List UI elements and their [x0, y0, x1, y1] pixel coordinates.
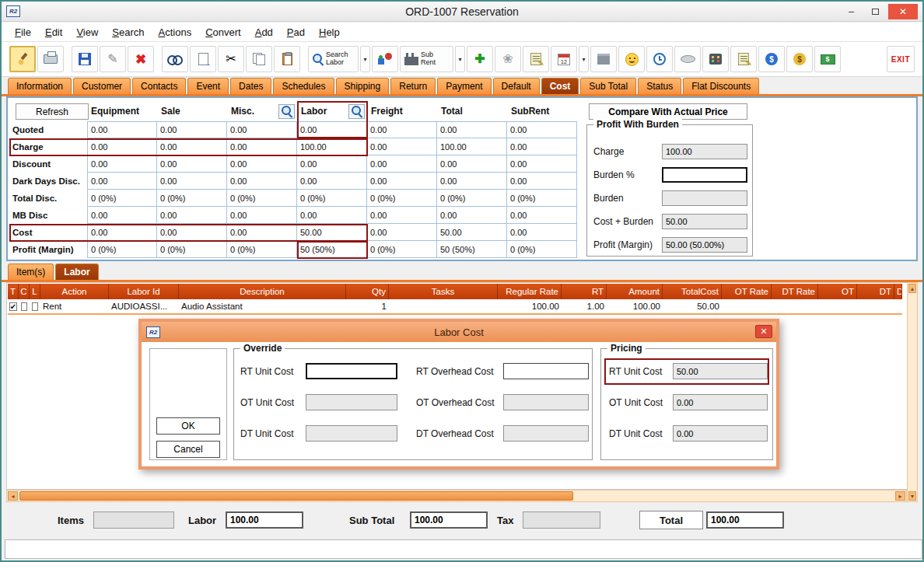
smiley-button[interactable] — [618, 46, 645, 72]
copy-button[interactable] — [246, 46, 272, 72]
cost-cell[interactable]: 0.00 — [507, 224, 577, 241]
tab-contacts[interactable]: Contacts — [132, 78, 186, 94]
close-button[interactable]: ✕ — [888, 4, 918, 19]
delete-button[interactable]: ✖ — [128, 46, 154, 72]
menu-file[interactable]: File — [8, 24, 38, 40]
items-col-rt[interactable]: RT — [562, 284, 607, 299]
menu-actions[interactable]: Actions — [152, 24, 199, 40]
tab-status[interactable]: Status — [638, 78, 681, 94]
ellipse-button[interactable] — [674, 46, 701, 72]
cost-cell[interactable]: 0.00 — [227, 173, 297, 190]
title-bar[interactable]: R2 ORD-1007 Reservation – ✕ — [2, 2, 922, 22]
cost-cell[interactable]: 0.00 — [297, 207, 367, 224]
tab-dates[interactable]: Dates — [230, 78, 271, 94]
cost-cell[interactable]: 0.00 — [87, 138, 157, 155]
cost-cell[interactable]: 0.00 — [157, 155, 227, 173]
abacus-button[interactable] — [702, 46, 729, 72]
labor-total-field[interactable] — [226, 511, 303, 529]
cost-cell[interactable]: 0.00 — [157, 138, 227, 155]
tab-flat-discounts[interactable]: Flat Discounts — [683, 78, 759, 94]
cost-cell[interactable]: 100.00 — [437, 138, 507, 155]
menu-help[interactable]: Help — [312, 24, 347, 40]
cost-cell[interactable]: 0.00 — [367, 121, 437, 138]
vertical-scrollbar[interactable]: ▲ ▼ — [907, 282, 918, 502]
horizontal-scrollbar[interactable]: ◂ ▸ — [6, 490, 907, 502]
items-col-amount[interactable]: Amount — [607, 284, 663, 299]
scrollbar-thumb[interactable] — [19, 491, 573, 501]
compare-actual-price-button[interactable]: Compare With Actual Price — [589, 103, 747, 120]
items-col-d[interactable]: D — [894, 284, 902, 299]
new-button[interactable] — [9, 46, 36, 72]
items-col-regular-rate[interactable]: Regular Rate — [498, 284, 562, 299]
cost-cell[interactable]: 0.00 — [367, 207, 437, 224]
cost-cell[interactable]: 0.00 — [157, 121, 227, 138]
cost-cell[interactable]: 0.00 — [87, 224, 157, 241]
cost-cell[interactable]: 0.00 — [157, 224, 227, 241]
cost-cell[interactable]: 0 (0%) — [507, 190, 577, 207]
menu-search[interactable]: Search — [105, 24, 151, 40]
detail-tab-labor[interactable]: Labor — [55, 264, 98, 280]
cost-cell[interactable]: 0 (0%) — [87, 190, 157, 207]
tab-cost[interactable]: Cost — [541, 78, 579, 94]
options-button[interactable]: ❀ — [495, 46, 521, 72]
cost-cell[interactable]: 0 (0%) — [157, 190, 227, 207]
subtotal-field[interactable] — [410, 511, 488, 529]
rt-overhead-cost-input[interactable] — [503, 363, 589, 379]
scroll-down-icon[interactable]: ▼ — [908, 491, 916, 501]
cost-cell[interactable]: 0.00 — [507, 173, 577, 190]
items-col-dt[interactable]: DT — [857, 284, 894, 299]
cost-cell[interactable]: 0 (0%) — [227, 190, 297, 207]
cost-cell[interactable]: 0.00 — [227, 138, 297, 155]
cost-cell[interactable]: 0 (0%) — [297, 190, 367, 207]
cost-cell[interactable]: 0 (0%) — [367, 190, 437, 207]
cost-cell[interactable]: 0.00 — [297, 121, 367, 138]
items-col-labor-id[interactable]: Labor Id — [109, 284, 179, 299]
tab-schedules[interactable]: Schedules — [273, 78, 334, 94]
cost-cell[interactable]: 0.00 — [157, 173, 227, 190]
checkbox-checked[interactable]: ✔ — [9, 302, 17, 311]
sub-rent-button[interactable]: Sub Rent — [400, 46, 453, 72]
exit-button[interactable]: EXIT — [887, 46, 915, 72]
tab-event[interactable]: Event — [187, 78, 229, 94]
cash-register-button[interactable]: $ — [814, 46, 841, 72]
cost-cell[interactable]: 0.00 — [367, 224, 437, 241]
maximize-button[interactable] — [864, 4, 887, 19]
dialog-close-button[interactable]: ✕ — [755, 325, 772, 338]
checkbox[interactable] — [32, 302, 38, 311]
menu-view[interactable]: View — [69, 24, 105, 40]
cost-cell[interactable]: 0.00 — [367, 155, 437, 173]
cost-cell[interactable]: 0.00 — [437, 155, 507, 173]
menu-add[interactable]: Add — [248, 24, 280, 40]
rt-unit-cost-input[interactable] — [306, 363, 397, 379]
cut-button[interactable]: ✂ — [218, 46, 244, 72]
items-col-qty[interactable]: Qty — [346, 284, 389, 299]
scroll-left-icon[interactable]: ◂ — [8, 491, 18, 501]
cost-cell[interactable]: 100.00 — [297, 138, 367, 155]
cost-cell[interactable]: 0.00 — [367, 173, 437, 190]
form-edit-button[interactable] — [730, 46, 757, 72]
cost-cell[interactable]: 0.00 — [507, 138, 577, 155]
cancel-button[interactable]: Cancel — [156, 441, 220, 458]
cost-cell[interactable]: 50 (50%) — [297, 241, 367, 258]
paste-button[interactable] — [274, 46, 300, 72]
search-labor-button[interactable]: Search Labor — [308, 46, 359, 72]
dialog-title-bar[interactable]: R2 Labor Cost ✕ — [142, 322, 776, 342]
tab-shipping[interactable]: Shipping — [336, 78, 390, 94]
cost-cell[interactable]: 0.00 — [227, 224, 297, 241]
cost-cell[interactable]: 0 (0%) — [227, 241, 297, 258]
fax-button[interactable] — [590, 46, 617, 72]
scroll-up-icon[interactable]: ▲ — [908, 284, 916, 293]
cost-cell[interactable]: 0.00 — [437, 207, 507, 224]
items-col-ot[interactable]: OT — [818, 284, 857, 299]
tab-sub-total[interactable]: Sub Total — [580, 78, 636, 94]
items-col-ot-rate[interactable]: OT Rate — [722, 284, 772, 299]
cost-cell[interactable]: 0.00 — [507, 121, 577, 138]
print-button[interactable] — [37, 46, 64, 72]
save-button[interactable] — [72, 46, 98, 72]
refresh-button[interactable]: Refresh — [16, 103, 89, 120]
cost-cell[interactable]: 0.00 — [87, 207, 157, 224]
table-row[interactable]: ✔RentAUDIOASSI...Audio Assistant1100.001… — [8, 299, 902, 315]
goto-document-button[interactable] — [190, 46, 216, 72]
money-button[interactable]: $ — [786, 46, 813, 72]
tab-return[interactable]: Return — [390, 78, 436, 94]
